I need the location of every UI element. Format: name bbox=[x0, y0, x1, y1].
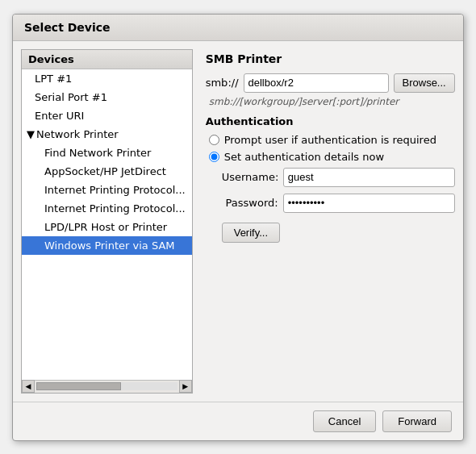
list-inner: LPT #1 Serial Port #1 Enter URI ▼Network… bbox=[22, 69, 192, 380]
device-list-scroll[interactable]: LPT #1 Serial Port #1 Enter URI ▼Network… bbox=[22, 69, 192, 380]
list-item-windows-smb[interactable]: Windows Printer via SAM bbox=[22, 236, 192, 255]
username-row: Username: bbox=[222, 168, 455, 187]
hscroll-thumb[interactable] bbox=[36, 382, 121, 390]
radio-set-details[interactable] bbox=[209, 152, 219, 162]
expand-arrow-icon: ▼ bbox=[27, 128, 35, 140]
list-item-enter-uri[interactable]: Enter URI bbox=[22, 106, 192, 125]
radio-prompt-row: Prompt user if authentication is require… bbox=[209, 134, 455, 146]
list-item-lpd[interactable]: LPD/LPR Host or Printer bbox=[22, 218, 192, 236]
list-item-network-printer[interactable]: ▼Network Printer bbox=[22, 125, 192, 144]
password-input[interactable] bbox=[283, 194, 455, 213]
select-device-dialog: Select Device Devices LPT #1 Serial Port… bbox=[12, 14, 464, 441]
dialog-body: Devices LPT #1 Serial Port #1 Enter URI … bbox=[13, 41, 463, 402]
list-item-ipp1[interactable]: Internet Printing Protocol... bbox=[22, 181, 192, 199]
radio-prompt[interactable] bbox=[209, 135, 219, 145]
verify-button[interactable]: Verify... bbox=[222, 223, 280, 243]
scroll-left-arrow[interactable]: ◀ bbox=[22, 380, 35, 393]
smb-url-row: smb:// Browse... bbox=[206, 73, 455, 93]
radio-set-row: Set authentication details now bbox=[209, 151, 455, 163]
password-row: Password: bbox=[222, 194, 455, 213]
radio-set-label: Set authentication details now bbox=[224, 151, 384, 163]
scroll-right-arrow[interactable]: ▶ bbox=[179, 380, 192, 393]
radio-prompt-label: Prompt user if authentication is require… bbox=[224, 134, 436, 146]
list-item-ipp2[interactable]: Internet Printing Protocol... bbox=[22, 199, 192, 218]
browse-button[interactable]: Browse... bbox=[394, 73, 455, 93]
list-item-find-network[interactable]: Find Network Printer bbox=[22, 144, 192, 162]
cancel-button[interactable]: Cancel bbox=[313, 410, 376, 432]
smb-path-input[interactable] bbox=[244, 73, 389, 93]
username-input[interactable] bbox=[283, 168, 455, 187]
auth-section-title: Authentication bbox=[206, 115, 455, 127]
list-item-lpt1[interactable]: LPT #1 bbox=[22, 69, 192, 88]
list-item-appsocket[interactable]: AppSocket/HP JetDirect bbox=[22, 162, 192, 181]
device-list-panel: Devices LPT #1 Serial Port #1 Enter URI … bbox=[21, 49, 193, 394]
devices-header: Devices bbox=[22, 50, 192, 69]
password-label: Password: bbox=[222, 197, 278, 209]
dialog-title: Select Device bbox=[13, 15, 463, 41]
dialog-footer: Cancel Forward bbox=[13, 402, 463, 440]
list-item-serial1[interactable]: Serial Port #1 bbox=[22, 88, 192, 106]
username-label: Username: bbox=[222, 171, 278, 183]
smb-hint-text: smb://[workgroup/]server[:port]/printer bbox=[209, 96, 455, 107]
verify-area: Verify... bbox=[222, 219, 455, 243]
horizontal-scrollbar[interactable]: ◀ ▶ bbox=[22, 380, 192, 393]
forward-button[interactable]: Forward bbox=[382, 410, 452, 432]
smb-section-title: SMB Printer bbox=[206, 52, 455, 65]
smb-config-panel: SMB Printer smb:// Browse... smb://[work… bbox=[201, 49, 460, 394]
smb-prefix-label: smb:// bbox=[206, 77, 239, 89]
hscroll-track[interactable] bbox=[36, 382, 177, 390]
